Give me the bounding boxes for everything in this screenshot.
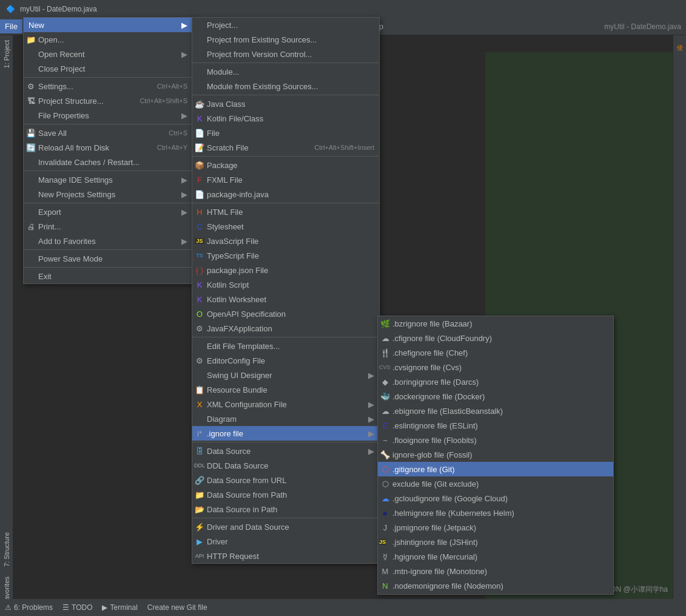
menu-file-properties[interactable]: File Properties ▶ <box>24 108 192 123</box>
todo-label: TODO <box>72 603 92 612</box>
project-structure-label: Project Structure... <box>38 96 104 106</box>
menu-manage-ide[interactable]: Manage IDE Settings ▶ <box>24 172 192 187</box>
new-ignore-file[interactable]: i* .ignore file ▶ <box>192 426 379 441</box>
ignore-darcs[interactable]: ◆ .boringignore file (Darcs) <box>378 374 613 389</box>
ignore-bzr[interactable]: 🌿 .bzrignore file (Bazaar) <box>378 316 613 331</box>
new-package-info[interactable]: 📄 package-info.java <box>192 187 379 201</box>
edit-templates-label: Edit File Templates... <box>207 342 280 351</box>
ignore-nodemon[interactable]: N .nodemonignore file (Nodemon) <box>378 578 613 593</box>
new-ts[interactable]: TS TypeScript File <box>192 248 379 263</box>
ignore-docker[interactable]: 🐳 .dockerignore file (Docker) <box>378 389 613 404</box>
ignore-chef[interactable]: 🍴 .chefignore file (Chef) <box>378 345 613 360</box>
menu-save-all[interactable]: 💾 Save All Ctrl+S <box>24 126 192 140</box>
new-ddl-data-source[interactable]: DDL DDL Data Source <box>192 458 379 473</box>
ignore-cvs[interactable]: CVS .cvsignore file (Cvs) <box>378 360 613 374</box>
ignore-git-exclude[interactable]: ⬡ exclude file (Git exclude) <box>378 476 613 491</box>
new-data-source[interactable]: 🗄 Data Source ▶ <box>192 444 379 458</box>
ignore-mtn[interactable]: M .mtn-ignore file (Monotone) <box>378 564 613 578</box>
new-kotlin-worksheet[interactable]: K Kotlin Worksheet <box>192 292 379 306</box>
menu-close-project[interactable]: Close Project <box>24 61 192 76</box>
menu-new-item[interactable]: New ▶ <box>24 18 192 32</box>
ignore-npm[interactable]: N .npmignore file (Npm) <box>378 593 613 595</box>
new-file[interactable]: 📄 File <box>192 126 379 140</box>
new-project-vcs[interactable]: Project from Version Control... <box>192 47 379 61</box>
menu-project-structure[interactable]: 🏗 Project Structure... Ctrl+Alt+Shift+S <box>24 93 192 108</box>
menu-add-favorites[interactable]: Add to Favorites ▶ <box>24 234 192 248</box>
todo-tab[interactable]: ☰ TODO <box>62 603 92 612</box>
menu-settings[interactable]: ⚙ Settings... Ctrl+Alt+S <box>24 79 192 93</box>
new-project-settings-label: New Projects Settings <box>38 190 115 199</box>
invalidate-label: Invalidate Caches / Restart... <box>38 158 140 167</box>
git-icon: ⬡ <box>380 465 390 474</box>
cvs-label: .cvsignore file (Cvs) <box>392 363 462 372</box>
new-package-json[interactable]: { } package.json File <box>192 263 379 277</box>
new-project[interactable]: Project... <box>192 18 379 32</box>
menu-reload[interactable]: 🔄 Reload All from Disk Ctrl+Alt+Y <box>24 140 192 155</box>
new-project-existing[interactable]: Project from Existing Sources... <box>192 32 379 47</box>
ignore-fossil[interactable]: 🦴 ignore-glob file (Fossil) <box>378 447 613 462</box>
chef-icon: 🍴 <box>380 348 390 357</box>
floo-icon: ~ <box>380 436 390 445</box>
new-module[interactable]: Module... <box>192 64 379 79</box>
menu-open-recent[interactable]: Open Recent ▶ <box>24 47 192 61</box>
menu-export[interactable]: Export ▶ <box>24 205 192 219</box>
ignore-hg[interactable]: ☿ .hgignore file (Mercurial) <box>378 549 613 564</box>
problems-tab[interactable]: ⚠ 6: Problems <box>5 603 53 612</box>
new-javafx[interactable]: ⚙ JavaFXApplication <box>192 321 379 336</box>
new-http-request[interactable]: API HTTP Request <box>192 549 379 563</box>
new-js[interactable]: JS JavaScript File <box>192 234 379 248</box>
new-resource-bundle[interactable]: 📋 Resource Bundle <box>192 382 379 397</box>
menu-new-project-settings[interactable]: New Projects Settings ▶ <box>24 187 192 201</box>
kotlin-script-icon: K <box>195 280 204 289</box>
ignore-gcloud[interactable]: ☁ .gcloudignore file (Google Cloud) <box>378 491 613 506</box>
settings-icon: ⚙ <box>26 82 36 91</box>
new-stylesheet[interactable]: C Stylesheet <box>192 219 379 234</box>
new-kotlin-class[interactable]: K Kotlin File/Class <box>192 111 379 126</box>
new-driver-data-source[interactable]: ⚡ Driver and Data Source <box>192 520 379 534</box>
data-source-url-icon: 🔗 <box>195 476 204 485</box>
darcs-label: .boringignore file (Darcs) <box>392 377 479 387</box>
ignore-floo[interactable]: ~ .flooignore file (Floobits) <box>378 433 613 447</box>
kotlin-worksheet-icon: K <box>195 295 204 304</box>
menu-invalidate[interactable]: Invalidate Caches / Restart... <box>24 155 192 169</box>
data-source-in-path-icon: 📂 <box>195 505 204 514</box>
menu-power-save[interactable]: Power Save Mode <box>24 251 192 266</box>
ignore-git[interactable]: ⬡ .gitignore file (Git) <box>378 462 613 476</box>
ignore-eb[interactable]: ☁ .ebignore file (ElasticBeanstalk) <box>378 404 613 418</box>
new-edit-templates[interactable]: Edit File Templates... <box>192 339 379 353</box>
new-openapi[interactable]: O OpenAPI Specification <box>192 306 379 321</box>
new-data-source-path[interactable]: 📁 Data Source from Path <box>192 487 379 502</box>
new-fxml[interactable]: F FXML File <box>192 172 379 187</box>
stylesheet-icon: C <box>195 222 204 231</box>
ignore-cf[interactable]: ☁ .cfignore file (CloudFoundry) <box>378 331 613 345</box>
new-kotlin-script[interactable]: K Kotlin Script <box>192 277 379 292</box>
terminal-tab[interactable]: ▶ Terminal <box>102 603 137 612</box>
structure-tab[interactable]: 7: Structure <box>1 527 12 572</box>
ignore-helm[interactable]: ⎈ .helmignore file (Kubernetes Helm) <box>378 506 613 520</box>
mtn-icon: M <box>380 567 390 576</box>
ignore-jshint[interactable]: JS .jshintignore file (JSHint) <box>378 535 613 549</box>
new-data-source-url[interactable]: 🔗 Data Source from URL <box>192 473 379 487</box>
new-diagram[interactable]: Diagram ▶ <box>192 411 379 426</box>
ignore-jetpack[interactable]: J .jpmignore file (Jetpack) <box>378 520 613 535</box>
menu-open[interactable]: 📁 Open... <box>24 32 192 47</box>
new-java-class[interactable]: ☕ Java Class <box>192 96 379 111</box>
new-swing[interactable]: Swing UI Designer ▶ <box>192 368 379 382</box>
open-icon: 📁 <box>26 35 36 44</box>
project-tab[interactable]: 1: Project <box>1 35 12 73</box>
menu-exit[interactable]: Exit <box>24 269 192 283</box>
exit-label: Exit <box>38 272 52 281</box>
new-scratch[interactable]: 📝 Scratch File Ctrl+Alt+Shift+Insert <box>192 140 379 155</box>
menu-print[interactable]: 🖨 Print... <box>24 219 192 234</box>
menu-file[interactable]: File <box>0 19 22 33</box>
new-driver[interactable]: ▶ Driver <box>192 534 379 549</box>
new-html[interactable]: H HTML File <box>192 205 379 219</box>
gcloud-label: .gcloudignore file (Google Cloud) <box>392 494 508 503</box>
new-xml-config[interactable]: X XML Configuration File ▶ <box>192 397 379 411</box>
ignore-eslint[interactable]: E .eslintignore file (ESLint) <box>378 418 613 433</box>
new-module-existing[interactable]: Module from Existing Sources... <box>192 79 379 93</box>
open-recent-label: Open Recent <box>38 50 85 59</box>
new-data-source-in-path[interactable]: 📂 Data Source in Path <box>192 502 379 516</box>
new-package[interactable]: 📦 Package <box>192 158 379 172</box>
new-editorconfig[interactable]: ⚙ EditorConfig File <box>192 353 379 368</box>
